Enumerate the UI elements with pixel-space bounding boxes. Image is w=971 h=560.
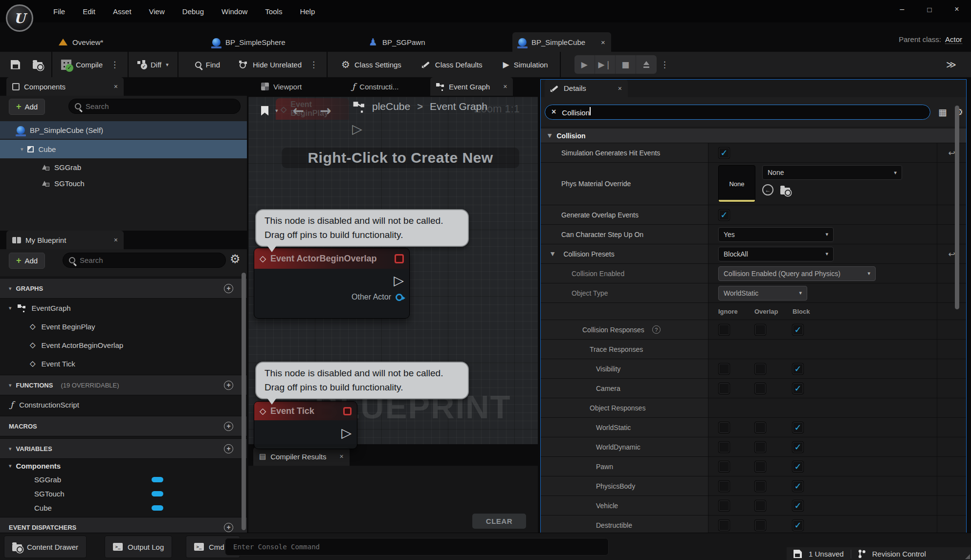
- reset-to-default-icon[interactable]: ↩: [948, 249, 955, 259]
- checkbox-overlap[interactable]: [754, 519, 766, 531]
- bookmark-icon[interactable]: [261, 106, 268, 116]
- menu-item-debug[interactable]: Debug: [176, 5, 210, 18]
- checkbox-block[interactable]: ✓: [792, 500, 804, 512]
- node-disabled-badge[interactable]: [395, 254, 404, 263]
- close-icon[interactable]: ×: [114, 236, 118, 244]
- add-icon[interactable]: +: [224, 444, 233, 453]
- checkbox-overlap[interactable]: [754, 461, 766, 473]
- tab-constructi-[interactable]: ƒConstructi...: [346, 77, 404, 96]
- variable-cube[interactable]: Cube: [0, 501, 247, 515]
- other-actor-pin[interactable]: [396, 294, 403, 301]
- checkbox-block[interactable]: ✓: [792, 324, 804, 336]
- checkbox-ignore[interactable]: [718, 480, 730, 492]
- checkbox-overlap[interactable]: [754, 363, 766, 375]
- nav-back-arrow-icon[interactable]: ←: [293, 103, 304, 119]
- blueprint-item-search-input[interactable]: Search: [63, 253, 226, 268]
- details-scrollbar[interactable]: [955, 106, 959, 309]
- list-item-event-beginplay[interactable]: ◇Event BeginPlay: [0, 317, 247, 336]
- details-search-input[interactable]: × Collision: [545, 105, 930, 120]
- toolbar-overflow-chevrons[interactable]: ≫: [946, 59, 956, 70]
- asset-tab-bp_simplesphere[interactable]: BP_SimpleSphere: [206, 32, 291, 52]
- checkbox-block[interactable]: ✓: [792, 422, 804, 433]
- checkbox-ignore[interactable]: [718, 363, 730, 375]
- node-disabled-badge[interactable]: [343, 407, 352, 415]
- component-search-input[interactable]: Search: [68, 99, 241, 114]
- variable-sgtouch[interactable]: SGTouch: [0, 487, 247, 501]
- menu-item-tools[interactable]: Tools: [259, 5, 288, 18]
- menu-item-help[interactable]: Help: [293, 5, 321, 18]
- close-icon[interactable]: ×: [114, 83, 118, 90]
- save-button[interactable]: [7, 57, 24, 72]
- list-item-event-tick[interactable]: ◇Event Tick: [0, 354, 247, 373]
- section-graphs[interactable]: ▾GRAPHS+: [0, 278, 247, 299]
- checkbox-overlap[interactable]: [754, 383, 766, 394]
- expander-caret-icon[interactable]: ▾: [21, 146, 23, 152]
- output-log-button[interactable]: >_ Output Log: [105, 536, 172, 558]
- class-settings-button[interactable]: ⚙Class Settings: [337, 57, 405, 72]
- menu-item-window[interactable]: Window: [215, 5, 254, 18]
- play-button[interactable]: ▶: [574, 55, 595, 74]
- settings-gear-icon[interactable]: ⚙: [230, 254, 241, 264]
- my-blueprint-scrollbar[interactable]: [242, 273, 246, 530]
- tree-item-cube[interactable]: ▾Cube: [0, 140, 247, 158]
- add-component-button[interactable]: +Add: [9, 99, 45, 115]
- add-icon[interactable]: +: [224, 422, 233, 431]
- parent-class-link[interactable]: Actor: [945, 35, 962, 44]
- tab-details[interactable]: Details ×: [545, 79, 628, 97]
- tab-viewport[interactable]: Viewport: [255, 77, 308, 96]
- maximize-button[interactable]: □: [922, 3, 937, 16]
- diff-button[interactable]: Diff▾: [133, 57, 173, 72]
- expander-caret-icon[interactable]: ▼: [551, 251, 554, 257]
- checkbox-overlap[interactable]: [754, 324, 766, 336]
- tab-my-blueprint[interactable]: My Blueprint×: [6, 231, 124, 249]
- asset-tab-bp_simplecube[interactable]: BP_SimpleCube×: [512, 32, 611, 52]
- checkbox-ignore[interactable]: [718, 324, 730, 336]
- close-icon[interactable]: ×: [601, 38, 605, 46]
- checkbox-block[interactable]: ✓: [792, 461, 804, 473]
- checkbox-value[interactable]: ✓: [718, 147, 730, 159]
- class-defaults-button[interactable]: Class Defaults: [418, 58, 486, 72]
- menu-item-edit[interactable]: Edit: [76, 5, 102, 18]
- list-item-eventgraph[interactable]: ▾EventGraph: [0, 299, 247, 317]
- nav-forward-arrow-icon[interactable]: →: [320, 103, 331, 119]
- section-functions[interactable]: ▾FUNCTIONS(19 OVERRIDABLE)+: [0, 375, 247, 395]
- close-button[interactable]: ×: [949, 3, 964, 16]
- menu-item-asset[interactable]: Asset: [107, 5, 138, 18]
- reset-to-default-icon[interactable]: ↩: [948, 148, 955, 158]
- browse-to-asset-icon[interactable]: [780, 188, 790, 194]
- compile-button[interactable]: Compile: [57, 57, 107, 73]
- stop-button[interactable]: ■: [616, 55, 636, 74]
- content-drawer-button[interactable]: Content Drawer: [4, 536, 87, 558]
- clear-button[interactable]: CLEAR: [472, 514, 526, 529]
- variable-group-components[interactable]: ▾Components: [0, 459, 247, 473]
- checkbox-block[interactable]: ✓: [792, 363, 804, 375]
- checkbox-overlap[interactable]: [754, 500, 766, 512]
- breadcrumb-parent[interactable]: pleCube: [372, 101, 410, 112]
- checkbox-overlap[interactable]: [754, 480, 766, 492]
- add-icon[interactable]: +: [224, 381, 233, 390]
- tree-item-sgtouch[interactable]: SGTouch: [0, 176, 247, 191]
- checkbox-overlap[interactable]: [754, 422, 766, 433]
- event-tick-node[interactable]: ◇ Event Tick ▷: [254, 401, 357, 449]
- tree-item-sggrab[interactable]: SGGrab: [0, 159, 247, 175]
- variable-visibility-pill[interactable]: [152, 477, 163, 482]
- list-item-event-actorbeginoverlap[interactable]: ◇Event ActorBeginOverlap: [0, 336, 247, 354]
- simulation-button[interactable]: ▶Simulation: [499, 57, 552, 72]
- section-macros[interactable]: MACROS+: [0, 416, 247, 436]
- dropdown-collision-presets[interactable]: BlockAll▾: [718, 247, 834, 261]
- hide-unrelated-button[interactable]: Hide Unrelated: [235, 58, 306, 72]
- bookmark-chevron-icon[interactable]: ▾: [275, 108, 278, 114]
- console-command-input[interactable]: Enter Console Command: [225, 538, 609, 556]
- checkbox-block[interactable]: ✓: [792, 519, 804, 531]
- tree-item-bp-simplecube-self-[interactable]: BP_SimpleCube (Self): [0, 121, 247, 139]
- menu-item-file[interactable]: File: [47, 5, 71, 18]
- add-blueprint-item-button[interactable]: +Add: [9, 253, 45, 269]
- exec-output-pin[interactable]: ▷: [394, 274, 404, 287]
- variable-visibility-pill[interactable]: [152, 491, 163, 496]
- checkbox-overlap[interactable]: [754, 441, 766, 453]
- tab-event-graph[interactable]: Event Graph×: [430, 77, 513, 96]
- unsaved-label[interactable]: 1 Unsaved: [809, 550, 844, 558]
- checkbox-block[interactable]: ✓: [792, 441, 804, 453]
- add-icon[interactable]: +: [224, 284, 233, 293]
- close-icon[interactable]: ×: [503, 83, 507, 90]
